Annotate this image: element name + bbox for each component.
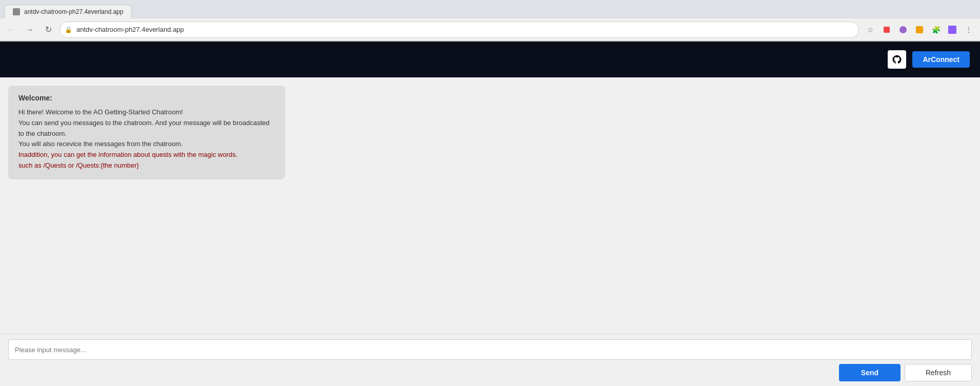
welcome-line-3-rest: will also recevice the messages from the… bbox=[32, 140, 183, 148]
back-button[interactable]: ← bbox=[4, 23, 18, 37]
tab-title: antdv-chatroom-ph27.4everland.app bbox=[24, 8, 123, 15]
tab-favicon bbox=[13, 8, 20, 15]
forward-button[interactable]: → bbox=[23, 23, 37, 37]
arconnect-button[interactable]: ArConnect bbox=[912, 51, 970, 68]
bottom-actions: Send Refresh bbox=[8, 364, 972, 381]
welcome-line-1: Hi there! Welcome to the AO Getting-Star… bbox=[18, 108, 183, 116]
lock-icon: 🔒 bbox=[65, 26, 72, 33]
main-content: Welcome: Hi there! Welcome to the AO Get… bbox=[0, 77, 980, 334]
welcome-card: Welcome: Hi there! Welcome to the AO Get… bbox=[8, 86, 285, 179]
toolbar-icons: ☆ 🧩 ⋮ bbox=[863, 23, 976, 37]
app-header: ArConnect bbox=[0, 42, 980, 77]
menu-icon[interactable]: ⋮ bbox=[962, 23, 976, 37]
refresh-button[interactable]: Refresh bbox=[905, 364, 972, 381]
extensions-icon-1[interactable] bbox=[879, 23, 894, 37]
welcome-body: Hi there! Welcome to the AO Getting-Star… bbox=[18, 107, 275, 171]
profile-icon[interactable] bbox=[945, 23, 959, 37]
reload-button[interactable]: ↻ bbox=[41, 23, 55, 37]
welcome-line-2: You can send you messages to the chatroo… bbox=[18, 119, 269, 137]
browser-toolbar: ← → ↻ 🔒 ☆ 🧩 ⋮ bbox=[0, 18, 980, 41]
welcome-title: Welcome: bbox=[18, 94, 275, 102]
extensions-icon-2[interactable] bbox=[896, 23, 910, 37]
welcome-line-3: You will also recevice the messages from… bbox=[18, 140, 183, 148]
github-icon-button[interactable] bbox=[888, 50, 906, 69]
svg-rect-0 bbox=[884, 27, 890, 33]
address-bar[interactable] bbox=[59, 22, 859, 38]
browser-tabs: antdv-chatroom-ph27.4everland.app bbox=[0, 0, 980, 18]
browser-tab[interactable]: antdv-chatroom-ph27.4everland.app bbox=[4, 5, 132, 18]
extensions-icon-3[interactable] bbox=[912, 23, 927, 37]
extensions-puzzle-icon[interactable]: 🧩 bbox=[929, 23, 943, 37]
svg-rect-2 bbox=[916, 26, 923, 33]
message-input[interactable] bbox=[8, 339, 972, 360]
welcome-line-4: Inaddition, you can get the information … bbox=[18, 151, 237, 158]
welcome-line-5: such as /Quests or /Quests:{the number} bbox=[18, 161, 139, 169]
svg-point-1 bbox=[899, 26, 907, 33]
welcome-you-label: You bbox=[18, 140, 30, 148]
browser-chrome: antdv-chatroom-ph27.4everland.app ← → ↻ … bbox=[0, 0, 980, 42]
bookmark-icon[interactable]: ☆ bbox=[863, 23, 877, 37]
bottom-bar: Send Refresh bbox=[0, 334, 980, 386]
send-button[interactable]: Send bbox=[839, 364, 901, 381]
svg-rect-3 bbox=[948, 26, 956, 34]
address-bar-container: 🔒 bbox=[59, 22, 859, 38]
